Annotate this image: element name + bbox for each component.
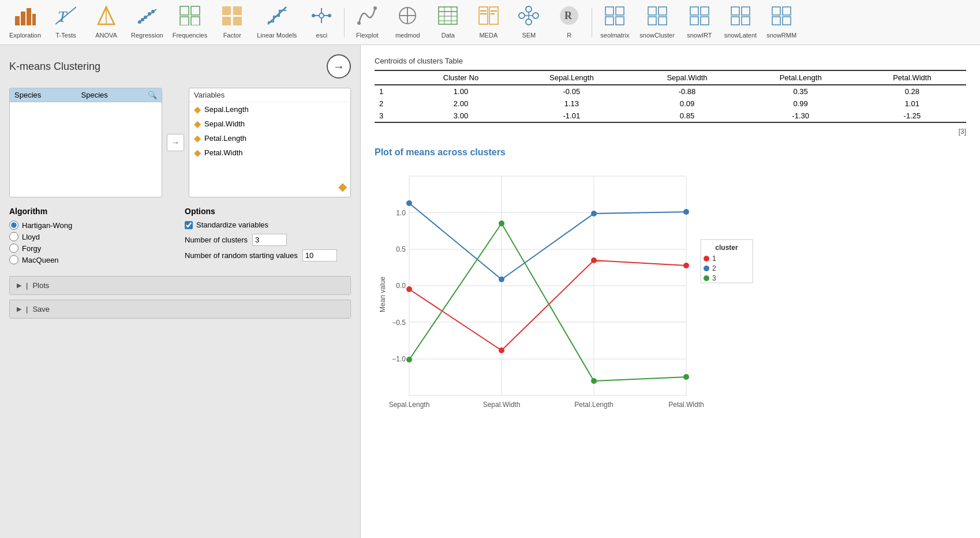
- toolbar-item-snowirt[interactable]: snowIRT: [679, 3, 720, 41]
- toolbar-item-anova[interactable]: ANOVA: [86, 3, 126, 41]
- anova-icon: [96, 6, 117, 29]
- toolbar-item-snowcluster[interactable]: snowCluster: [635, 3, 679, 41]
- svg-rect-63: [690, 7, 698, 15]
- svg-rect-57: [605, 17, 614, 25]
- toolbar-item-meda[interactable]: MEDA: [468, 3, 508, 41]
- table-row: 3 3.00 -1.01 0.85 -1.30 -1.25: [375, 110, 966, 122]
- toolbar-item-frequencies[interactable]: Frequencies: [168, 3, 212, 41]
- row-num-1: 1: [375, 85, 410, 98]
- toolbar-item-sem[interactable]: SEM: [508, 3, 549, 41]
- svg-rect-3: [32, 14, 36, 25]
- toolbar-item-data[interactable]: Data: [428, 3, 468, 41]
- svg-rect-15: [180, 6, 189, 15]
- num-random-input[interactable]: 10: [302, 249, 337, 261]
- svg-point-31: [373, 6, 377, 10]
- toolbar-item-ttests[interactable]: T T-Tests: [46, 3, 86, 41]
- save-section: ▶ | Save: [9, 300, 351, 319]
- toolbar-label-esci: esci: [316, 32, 328, 39]
- toolbar-item-esci[interactable]: esci: [301, 3, 342, 41]
- search-icon[interactable]: 🔍: [148, 91, 157, 99]
- svg-rect-46: [491, 13, 495, 14]
- snowcluster-icon: [647, 6, 668, 29]
- petal-length-2: 0.99: [743, 98, 858, 110]
- svg-rect-74: [783, 17, 791, 25]
- svg-rect-73: [772, 17, 780, 25]
- svg-line-14: [138, 9, 156, 23]
- meda-icon: [478, 6, 499, 29]
- save-header[interactable]: ▶ | Save: [10, 300, 350, 318]
- cluster-3-pt-1: [406, 357, 412, 363]
- toolbar-item-r[interactable]: R R: [549, 3, 589, 41]
- toolbar-label-regression: Regression: [131, 32, 163, 39]
- svg-rect-71: [772, 7, 780, 15]
- cluster-3-pt-3: [591, 378, 597, 384]
- var-label-petal-length: Petal.Length: [204, 134, 246, 143]
- radio-macqueen[interactable]: MacQueen: [9, 255, 175, 264]
- svg-rect-56: [616, 7, 624, 15]
- toolbar-label-ttests: T-Tests: [55, 32, 76, 39]
- plots-header[interactable]: ▶ | Plots: [10, 277, 350, 294]
- cluster-2-pt-1: [406, 200, 412, 206]
- factor-icon: [222, 6, 242, 29]
- num-clusters-input[interactable]: 3: [252, 234, 287, 246]
- svg-point-47: [519, 13, 525, 18]
- diamond-icon-1: ◆: [194, 104, 201, 115]
- toolbar-separator-2: [592, 8, 592, 37]
- esci-icon: [311, 6, 332, 29]
- standardize-label: Standardize variables: [196, 221, 268, 229]
- y-label-1.0: 1.0: [396, 209, 406, 217]
- checkbox-standardize[interactable]: Standardize variables: [185, 221, 351, 229]
- cluster-3-pt-2: [499, 221, 504, 226]
- toolbar-item-flexplot[interactable]: Flexplot: [347, 3, 387, 41]
- toolbar-item-snowrmm[interactable]: snowRMM: [761, 3, 802, 41]
- radio-forgy[interactable]: Forgy: [9, 244, 175, 253]
- toolbar-item-regression[interactable]: Regression: [126, 3, 168, 41]
- main-area: K-means Clustering → Species Species 🔍 →…: [0, 45, 980, 538]
- legend-dot-3: [704, 275, 709, 281]
- toolbar-item-seolmatrix[interactable]: seolmatrix: [594, 3, 635, 41]
- radio-hartigan-wong[interactable]: Hartigan-Wong: [9, 221, 175, 230]
- source-var-label: Species: [14, 91, 41, 99]
- move-variable-button[interactable]: →: [167, 134, 184, 151]
- sepal-length-1: -0.05: [512, 85, 631, 98]
- svg-rect-67: [731, 7, 739, 15]
- toolbar-item-medmod[interactable]: medmod: [387, 3, 428, 41]
- svg-rect-66: [701, 17, 709, 25]
- diamond-icon-4: ◆: [194, 147, 201, 158]
- toolbar-label-factor: Factor: [223, 32, 241, 39]
- cluster-no-2: 2.00: [410, 98, 512, 110]
- toolbar-item-factor[interactable]: Factor: [212, 3, 252, 41]
- th-sepal-width: Sepal.Width: [631, 70, 743, 85]
- num-random-label: Number of random starting values: [185, 251, 298, 260]
- var-label-petal-width: Petal.Width: [204, 148, 242, 157]
- row-num-2: 2: [375, 98, 410, 110]
- run-button[interactable]: →: [327, 54, 351, 79]
- cluster-2-pt-3: [591, 211, 597, 216]
- panel-title-row: K-means Clustering →: [9, 54, 351, 79]
- right-panel: Centroids of clusters Table Cluster No S…: [361, 45, 980, 538]
- svg-rect-65: [690, 17, 698, 25]
- legend-dot-2: [704, 266, 709, 271]
- sepal-width-2: 0.09: [631, 98, 743, 110]
- radio-lloyd[interactable]: Lloyd: [9, 232, 175, 241]
- options-label: Options: [185, 207, 351, 216]
- toolbar-item-exploration[interactable]: Exploration: [5, 3, 46, 41]
- source-variable-list: Species Species 🔍: [9, 88, 162, 197]
- cluster-2-line: [409, 203, 686, 279]
- source-var-body: [10, 102, 162, 107]
- toolbar-item-linearmodels[interactable]: Linear Models: [252, 3, 301, 41]
- cluster-1-pt-4: [683, 263, 689, 268]
- plots-section: ▶ | Plots: [9, 276, 351, 295]
- chart-svg: Mean value 1.0: [375, 165, 767, 424]
- petal-width-2: 1.01: [858, 98, 966, 110]
- y-label-0.5: 0.5: [396, 245, 406, 253]
- toolbar-item-snowlatent[interactable]: snowLatent: [720, 3, 761, 41]
- r-icon: R: [559, 6, 579, 29]
- svg-rect-69: [731, 17, 739, 25]
- svg-rect-70: [742, 17, 750, 25]
- y-axis-label: Mean value: [379, 277, 387, 312]
- var-item-sepal-width: ◆ Sepal.Width: [189, 117, 350, 131]
- toolbar-label-snowrmm: snowRMM: [766, 32, 796, 39]
- target-diamond-icon: ◆: [338, 180, 347, 193]
- svg-point-29: [319, 13, 324, 18]
